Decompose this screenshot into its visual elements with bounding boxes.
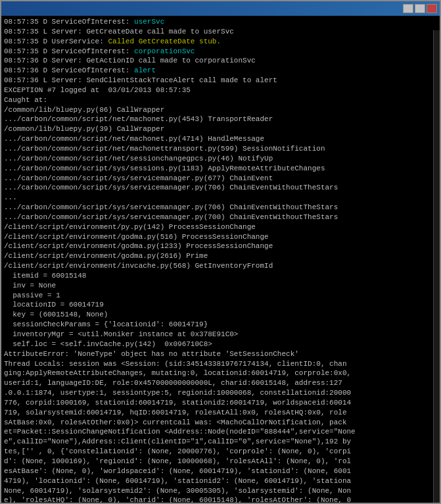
log-line: .../carbon/common/script/sys/servicemana… [4,213,437,222]
log-line: ging:ApplyRemoteAttributeChanges, mutati… [4,368,437,378]
log-line: 08:57:35 L Server: GetCreateDate call ma… [4,27,437,37]
log-line: self.loc = <self.invCache.py(142) 0x0967… [4,340,437,349]
console-output[interactable]: 08:57:35 D ServiceOfInterest: userSvc08:… [1,16,440,503]
log-line: tes,['' , 0, {'constellationid': (None, … [4,447,437,457]
log-line: /client/script/environment/godma.py(2616… [4,251,437,261]
log-line: 719, solarsystemid:60014719, hqID:600147… [4,408,437,418]
log-line: et=Packet::SessionChangeNotification <Ad… [4,427,437,437]
log-line: sessionCheckParams = {'locationid': 6001… [4,320,437,330]
log-line: itemid = 60015148 [4,271,437,281]
log-line: 08:57:35 D ServiceOfInterest: corporatio… [4,47,437,57]
log-line: sAtBase:0x0, rolesAtOther:0x0)> currentc… [4,418,437,428]
log-line: .../carbon/common/script/net/machonettra… [4,144,437,154]
close-button[interactable] [427,4,437,13]
log-line: Thread Locals: session was <Session: (si… [4,359,437,369]
log-line: 4719), 'locationid': (None, 60014719), '… [4,476,437,486]
log-line: /common/lib/bluepy.py(86) CallWrapper [4,105,437,115]
log-line: .../carbon/common/script/net/machonet.py… [4,134,437,144]
log-line: locationID = 60014719 [4,300,437,310]
log-line: .../carbon/common/script/sys/servicemana… [4,203,437,213]
log-line: e), 'rolesAtHQ': (None, 0), 'charid': (N… [4,495,437,503]
log-line: AttributeError: 'NoneType' object has no… [4,349,437,359]
log-line: None, 60014719), 'solarsystemid2': (None… [4,486,437,496]
log-line: 08:57:35 D UserService: Called GetCreate… [4,37,437,47]
log-line: /client/script/environment/py.py(142) Pr… [4,222,437,232]
log-line: inventoryMgr = <util.Moniker instance at… [4,330,437,340]
log-line: inv = None [4,281,437,291]
log-line: e",callID="None"),Address::Client(client… [4,437,437,447]
log-line: 776, corpid:1000169, stationid:60014719,… [4,398,437,408]
log-line: ... [4,193,437,203]
log-line: .../carbon/common/script/sys/servicemana… [4,174,437,184]
log-line: 08:57:36 D ServiceOfInterest: alert [4,66,437,76]
content-area: 08:57:35 D ServiceOfInterest: userSvc08:… [1,16,440,503]
minimize-button[interactable] [403,4,413,13]
maximize-button[interactable] [415,4,425,13]
log-line: /client/script/environment/godma.py(516)… [4,232,437,242]
log-line: EXCEPTION #7 logged at 03/01/2013 08:57:… [4,86,437,95]
log-line: .../carbon/common/script/net/machonet.py… [4,114,437,124]
main-window: 08:57:35 D ServiceOfInterest: userSvc08:… [0,0,441,504]
log-line: 08:57:35 D ServiceOfInterest: userSvc [4,17,437,27]
window-controls [403,4,437,13]
title-bar [1,1,440,16]
log-line: key = (60015148, None) [4,310,437,320]
log-line: .0.0.1:1874, usertype:1, sessiontype:5, … [4,388,437,398]
scrollbar[interactable] [433,30,440,503]
log-line: esAtBase': (None, 0), 'worldspaceid': (N… [4,466,437,476]
log-line: /client/script/environment/invcache.py(5… [4,261,437,271]
log-line: /client/script/environment/godma.py(1233… [4,241,437,251]
log-line: passive = 1 [4,291,437,301]
log-line: Caught at: [4,95,437,105]
log-line: /common/lib/bluepy.py(39) CallWrapper [4,124,437,134]
log-line: 08:57:36 D Server: GetActionID call made… [4,56,437,66]
log-line: 08:57:36 L Server: SendClientStackTraceA… [4,76,437,86]
log-line: .../carbon/common/script/net/sessionchan… [4,154,437,164]
log-line: d': (None, 1000169), 'regionid': (None, … [4,457,437,466]
log-line: .../carbon/common/script/sys/servicemana… [4,183,437,193]
log-line: userid:1, languageID:DE, role:0x45700000… [4,378,437,388]
log-line: .../carbon/common/script/sys/sessions.py… [4,164,437,174]
